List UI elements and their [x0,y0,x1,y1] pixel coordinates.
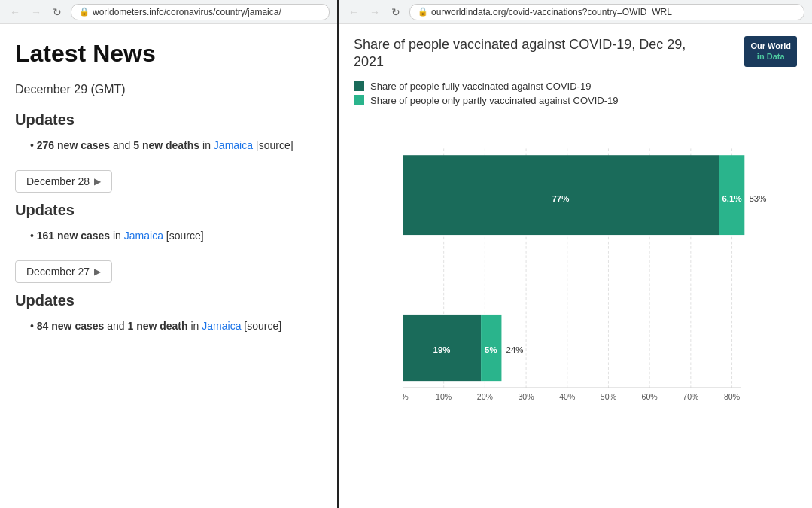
x-tick-30: 30% [518,392,534,401]
back-button-left[interactable]: ← [8,5,23,20]
reload-button-left[interactable]: ↻ [50,5,65,20]
x-tick-10: 10% [436,392,452,401]
text-in-2: in [113,230,124,242]
text-in-3: in [190,320,202,332]
x-tick-50: 50% [601,392,617,401]
december-28-button[interactable]: December 28 ▶ [15,170,112,193]
source-bracket-2[interactable]: [source] [166,230,204,242]
legend-item-full: Share of people fully vaccinated against… [354,81,797,92]
forward-button-right[interactable]: → [367,5,382,20]
right-panel: ← → ↻ 🔒 ourworldindata.org/covid-vaccina… [339,0,812,508]
left-content: Latest News December 29 (GMT) Updates 27… [0,24,337,355]
x-tick-40: 40% [559,392,576,401]
chart-title: Share of people vaccinated against COVID… [354,36,715,71]
x-tick-60: 60% [642,392,658,401]
lock-icon-left: 🔒 [79,7,90,17]
december-27-label: December 27 [26,266,90,278]
bold-deaths-1: 5 new deaths [133,139,199,151]
text-in-1: in [202,139,214,151]
chart-svg: .grid-line { stroke: #ddd; stroke-width:… [403,117,774,433]
url-right: ourworldindata.org/covid-vaccinations?co… [431,7,672,17]
update-item-dec27: 84 new cases and 1 new death in Jamaica … [30,318,322,334]
legend-color-full [354,81,364,91]
update-item-dec28: 161 new cases in Jamaica [source] [30,228,322,244]
x-tick-80: 80% [724,392,741,401]
jamaica-full-label: 19% [433,345,451,354]
right-content: Share of people vaccinated against COVID… [339,24,812,443]
december-27-button[interactable]: December 27 ▶ [15,260,112,283]
bold-deaths-3: 1 new death [127,320,187,332]
owid-badge: Our World in Data [744,36,797,67]
url-left: worldometers.info/coronavirus/country/ja… [93,7,281,17]
chevron-down-icon-1: ▶ [94,176,101,187]
chevron-down-icon-2: ▶ [94,266,101,277]
legend-item-partial: Share of people only partly vaccinated a… [354,95,797,106]
updates-heading-2: Updates [15,202,322,219]
canada-total-label: 83% [749,194,766,203]
address-bar-left[interactable]: 🔒 worldometers.info/coronavirus/country/… [71,4,330,20]
bold-cases-3: 84 new cases [37,320,105,332]
forward-button-left[interactable]: → [29,5,44,20]
updates-heading-3: Updates [15,292,322,309]
source-bracket-3[interactable]: [source] [244,320,281,332]
bold-cases-2: 161 new cases [37,230,110,242]
updates-heading-1: Updates [15,111,322,129]
jamaica-link-1[interactable]: Jamaica [214,139,253,151]
back-button-right[interactable]: ← [346,5,361,20]
legend-label-partial: Share of people only partly vaccinated a… [370,95,619,106]
jamaica-link-2[interactable]: Jamaica [124,230,163,242]
lock-icon-right: 🔒 [418,7,428,17]
update-item-dec29: 276 new cases and 5 new deaths in Jamaic… [30,138,322,154]
chart-title-row: Share of people vaccinated against COVID… [354,36,797,71]
reload-button-right[interactable]: ↻ [388,5,403,20]
jamaica-partial-label: 5% [485,345,497,354]
x-tick-70: 70% [683,392,699,401]
canada-partial-label: 6.1% [722,194,741,203]
december-28-label: December 28 [26,175,90,187]
left-panel: ← → ↻ 🔒 worldometers.info/coronavirus/co… [0,0,339,508]
address-bar-right[interactable]: 🔒 ourworldindata.org/covid-vaccinations?… [409,4,804,20]
x-tick-20: 20% [477,392,494,401]
canada-full-label: 77% [552,194,569,203]
source-bracket-1[interactable]: [source] [256,139,293,151]
owid-line1: Our World [750,41,791,51]
bold-cases-1: 276 new cases [37,139,110,151]
legend: Share of people fully vaccinated against… [354,81,797,106]
chart-container: .grid-line { stroke: #ddd; stroke-width:… [403,117,774,435]
page-title: Latest News [15,39,322,68]
browser-bar-right: ← → ↻ 🔒 ourworldindata.org/covid-vaccina… [339,0,812,24]
owid-line2: in Data [750,51,791,62]
date-section: December 29 (GMT) [15,83,322,96]
jamaica-link-3[interactable]: Jamaica [202,320,241,332]
browser-bar-left: ← → ↻ 🔒 worldometers.info/coronavirus/co… [0,0,337,24]
legend-label-full: Share of people fully vaccinated against… [370,81,591,92]
text-and-1: and [113,139,133,151]
text-and-3: and [107,320,127,332]
legend-color-partial [354,95,364,105]
x-tick-0: 0% [403,392,409,401]
jamaica-total-label: 24% [506,345,524,354]
